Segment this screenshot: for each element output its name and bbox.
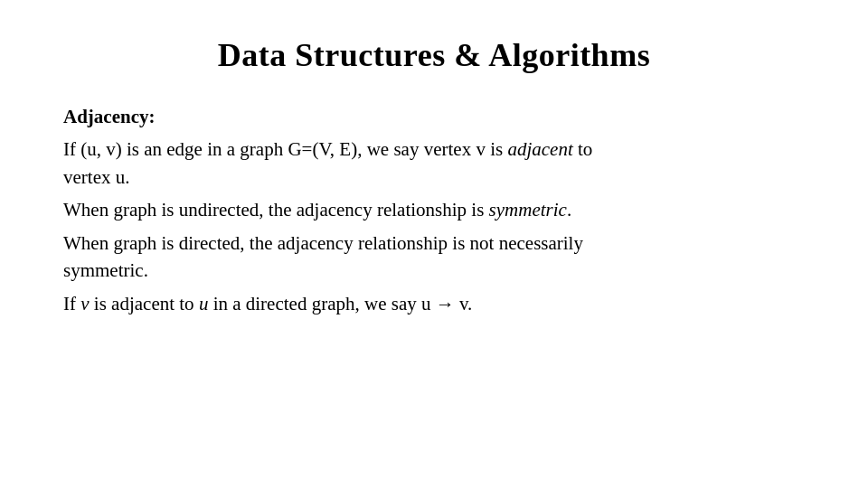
slide: Data Structures & Algorithms Adjacency: …: [0, 0, 868, 488]
line1-text: If (u, v) is an edge in a graph G=(V, E)…: [63, 138, 507, 160]
line-1: If (u, v) is an edge in a graph G=(V, E)…: [63, 136, 805, 191]
adjacency-bold-label: Adjacency:: [63, 106, 155, 127]
content-area: Adjacency: If (u, v) is an edge in a gra…: [63, 103, 805, 317]
line3-text: When graph is directed, the adjacency re…: [63, 232, 583, 254]
line4-italic-u: u: [199, 293, 209, 314]
line-2: When graph is undirected, the adjacency …: [63, 196, 805, 223]
adjacency-label: Adjacency:: [63, 103, 805, 130]
line-3: When graph is directed, the adjacency re…: [63, 230, 805, 285]
line4-italic-v: v: [80, 293, 89, 314]
line4-mid: is adjacent to: [90, 293, 199, 314]
slide-title: Data Structures & Algorithms: [63, 36, 805, 74]
line4-start: If: [63, 293, 80, 314]
line-4: If v is adjacent to u in a directed grap…: [63, 290, 805, 317]
line2-end: .: [567, 199, 571, 221]
line3-wrap: symmetric.: [63, 259, 148, 281]
line2-italic: symmetric: [489, 199, 567, 221]
line4-end: in a directed graph, we say u → v.: [208, 293, 472, 314]
line1-wrap: vertex u.: [63, 166, 129, 188]
line2-text: When graph is undirected, the adjacency …: [63, 199, 489, 221]
line1-italic: adjacent: [507, 138, 572, 160]
line1-cont: to: [573, 138, 593, 160]
